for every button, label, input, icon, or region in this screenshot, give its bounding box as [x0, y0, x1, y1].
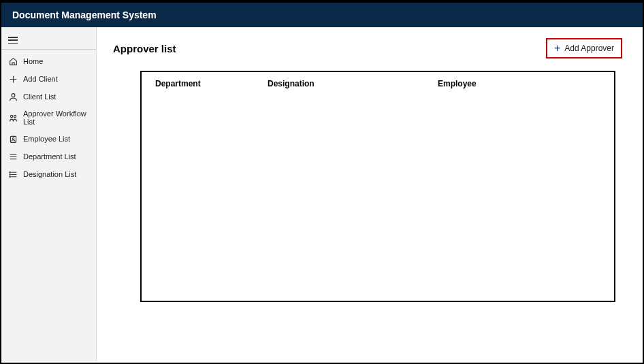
- column-header-department: Department: [155, 79, 268, 88]
- list-icon: [8, 169, 18, 179]
- sidebar-item-approver-workflow[interactable]: Approver Workflow List: [1, 105, 96, 130]
- sidebar-item-label: Approver Workflow List: [23, 110, 89, 126]
- person-icon: [8, 92, 18, 101]
- sidebar-item-employee-list[interactable]: Employee List: [1, 130, 96, 148]
- main-content: Approver list + Add Approver Department …: [97, 27, 643, 361]
- hamburger-icon: [8, 37, 18, 44]
- sidebar-item-label: Add Client: [23, 75, 58, 83]
- sidebar-toggle[interactable]: [1, 33, 96, 50]
- column-header-employee: Employee: [438, 79, 600, 88]
- svg-point-1: [10, 115, 12, 117]
- approver-table: Department Designation Employee: [140, 71, 615, 302]
- svg-point-7: [9, 176, 10, 177]
- badge-icon: [8, 134, 18, 144]
- column-header-designation: Designation: [268, 79, 438, 88]
- page-title: Approver list: [113, 43, 176, 54]
- app-header: Document Management System: [1, 1, 643, 27]
- svg-point-5: [9, 171, 10, 172]
- sidebar: Home Add Client Client List Approver Wor…: [1, 27, 97, 361]
- list-lines-icon: [8, 152, 18, 161]
- svg-point-4: [12, 137, 14, 139]
- table-header-row: Department Designation Employee: [142, 78, 614, 90]
- sidebar-item-designation-list[interactable]: Designation List: [1, 165, 96, 183]
- home-icon: [8, 56, 18, 66]
- plus-icon: [8, 74, 18, 84]
- sidebar-item-client-list[interactable]: Client List: [1, 88, 96, 105]
- svg-point-6: [9, 173, 10, 174]
- add-approver-button[interactable]: + Add Approver: [546, 38, 622, 59]
- sidebar-item-label: Client List: [23, 93, 56, 101]
- sidebar-item-department-list[interactable]: Department List: [1, 148, 96, 165]
- svg-point-2: [14, 115, 16, 117]
- sidebar-item-label: Home: [23, 57, 43, 65]
- workflow-icon: [8, 113, 18, 122]
- sidebar-item-home[interactable]: Home: [1, 52, 96, 70]
- sidebar-item-label: Designation List: [23, 170, 76, 178]
- sidebar-item-add-client[interactable]: Add Client: [1, 70, 96, 88]
- sidebar-item-label: Department List: [23, 152, 76, 161]
- add-button-label: Add Approver: [564, 44, 614, 53]
- plus-icon: +: [554, 43, 560, 54]
- sidebar-item-label: Employee List: [23, 135, 70, 143]
- svg-point-0: [12, 93, 15, 97]
- app-title: Document Management System: [12, 10, 157, 20]
